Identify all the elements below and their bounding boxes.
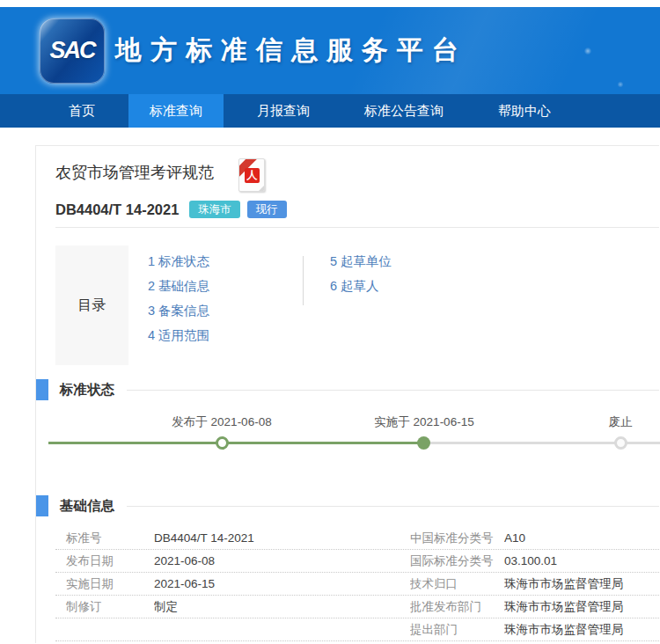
label-technical-committee: 技术归口 <box>410 576 504 592</box>
top-white-strip <box>0 0 660 7</box>
label-approving-department: 批准发布部门 <box>410 599 504 615</box>
nav-item-home[interactable]: 首页 <box>48 94 116 128</box>
standard-code: DB4404/T 14-2021 <box>55 201 179 218</box>
sac-logo-text: SAC <box>49 37 94 64</box>
label-ccs-code: 中国标准分类号 <box>410 531 504 546</box>
pdf-file-icon[interactable]: 人 <box>238 158 265 192</box>
adobe-pdf-glyph-icon: 人 <box>245 168 260 183</box>
toc-heading: 目录 <box>78 296 106 315</box>
timeline-dot-implemented <box>417 436 430 450</box>
table-row: 制修订 制定 批准发布部门 珠海市市场监督管理局 <box>55 596 659 618</box>
nav-item-monthly-report[interactable]: 月报查询 <box>236 94 331 128</box>
timeline-track-completed <box>48 442 424 444</box>
section-accent-bar <box>36 495 48 516</box>
label-revision-type: 制修订 <box>55 599 154 615</box>
value-technical-committee: 珠海市市场监督管理局 <box>504 576 659 592</box>
table-row: 提出部门 珠海市市场监督管理局 <box>55 618 659 641</box>
value-ccs-code: A10 <box>504 531 659 545</box>
table-row: 发布日期 2021-06-08 国际标准分类号 03.100.01 <box>55 550 659 573</box>
toc-link-drafting-unit[interactable]: 5 起草单位 <box>330 249 392 274</box>
toc-link-basic-info[interactable]: 2 基础信息 <box>148 274 303 298</box>
toc-link-scope[interactable]: 4 适用范围 <box>148 323 303 348</box>
standard-detail-card: 农贸市场管理考评规范 人 DB4404/T 14-2021 珠海市 现行 目录 … <box>35 145 659 643</box>
section-rule <box>127 506 659 507</box>
value-proposing-department: 珠海市市场监督管理局 <box>504 622 659 638</box>
site-header: SAC 地方标准信息服务平台 <box>0 7 660 94</box>
toc: 目录 1 标准状态 2 基础信息 3 备案信息 4 适用范围 5 起草单位 6 … <box>55 245 659 365</box>
toc-link-filing-info[interactable]: 3 备案信息 <box>148 298 303 323</box>
page-fold-icon <box>258 185 265 192</box>
value-approving-department: 珠海市市场监督管理局 <box>504 599 659 615</box>
region-badge: 珠海市 <box>189 201 240 218</box>
toc-heading-box: 目录 <box>55 245 128 365</box>
status-badge: 现行 <box>247 201 287 218</box>
standard-title: 农贸市场管理考评规范 <box>55 162 214 183</box>
value-standard-number: DB4404/T 14-2021 <box>154 531 410 545</box>
nav-item-help-center[interactable]: 帮助中心 <box>477 94 572 128</box>
nav-item-standard-query[interactable]: 标准查询 <box>128 94 224 128</box>
label-standard-number: 标准号 <box>55 531 154 546</box>
value-implement-date: 2021-06-15 <box>154 577 410 590</box>
table-row: 标准号 DB4404/T 14-2021 中国标准分类号 A10 <box>55 527 659 550</box>
section-header-status: 标准状态 <box>36 379 659 400</box>
nav-item-announcement-query[interactable]: 标准公告查询 <box>343 94 465 128</box>
sac-logo[interactable]: SAC <box>40 18 105 84</box>
label-publish-date: 发布日期 <box>55 553 154 569</box>
toc-column-2: 5 起草单位 6 起草人 <box>304 249 392 365</box>
basic-info-table: 标准号 DB4404/T 14-2021 中国标准分类号 A10 发布日期 20… <box>55 527 659 641</box>
toc-link-standard-status[interactable]: 1 标准状态 <box>148 249 303 274</box>
standard-title-row: 农贸市场管理考评规范 人 <box>55 158 659 192</box>
section-accent-bar <box>36 379 48 400</box>
standard-code-row: DB4404/T 14-2021 珠海市 现行 <box>55 201 659 218</box>
table-row: 实施日期 2021-06-15 技术归口 珠海市市场监督管理局 <box>55 573 659 596</box>
title-divider <box>55 227 659 228</box>
timeline-label-implemented: 实施于 2021-06-15 <box>374 414 473 430</box>
value-ics-code: 03.100.01 <box>504 554 659 567</box>
section-rule <box>127 390 659 391</box>
toc-links: 1 标准状态 2 基础信息 3 备案信息 4 适用范围 5 起草单位 6 起草人 <box>148 245 392 365</box>
toc-link-drafters[interactable]: 6 起草人 <box>330 274 392 298</box>
value-revision-type: 制定 <box>154 599 410 615</box>
label-ics-code: 国际标准分类号 <box>410 553 504 569</box>
label-implement-date: 实施日期 <box>55 576 154 592</box>
section-title-status: 标准状态 <box>60 381 114 399</box>
main-nav: 首页 标准查询 月报查询 标准公告查询 帮助中心 <box>0 94 660 128</box>
label-proposing-department: 提出部门 <box>410 622 504 638</box>
timeline-dot-published <box>216 436 229 450</box>
timeline-label-abolished: 废止 <box>609 414 633 430</box>
value-publish-date: 2021-06-08 <box>154 554 410 567</box>
toc-column-1: 1 标准状态 2 基础信息 3 备案信息 4 适用范围 <box>148 249 303 365</box>
site-title: 地方标准信息服务平台 <box>115 33 467 69</box>
section-header-basic-info: 基础信息 <box>36 495 659 516</box>
timeline-label-published: 发布于 2021-06-08 <box>172 414 271 430</box>
status-timeline: 发布于 2021-06-08 实施于 2021-06-15 废止 <box>48 413 660 467</box>
timeline-dot-abolished <box>614 436 627 450</box>
section-title-basic-info: 基础信息 <box>60 497 114 516</box>
